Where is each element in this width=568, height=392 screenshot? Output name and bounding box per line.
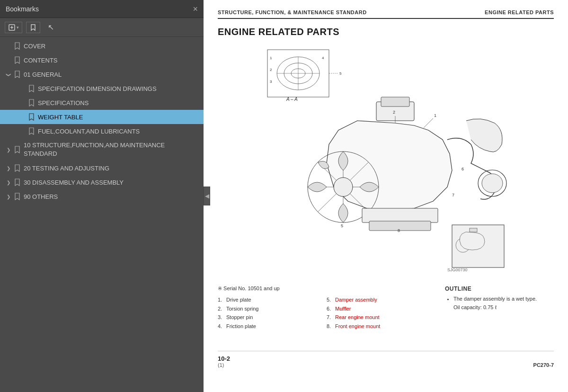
expand-arrow-general[interactable] <box>5 71 12 78</box>
bookmark-label-testing: 20 TESTING AND ADJUSTING <box>24 165 199 172</box>
svg-line-33 <box>424 118 433 128</box>
bookmark-weight-table[interactable]: WEIGHT TABLE <box>0 110 204 124</box>
section-title: ENGINE RELATED PARTS <box>218 27 554 37</box>
bookmark-label-fuel: FUEL,COOLANT,AND LUBRICANTS <box>38 128 199 135</box>
doc-content: 1 2 3 4 5 <box>218 45 554 368</box>
svg-text:2: 2 <box>393 110 395 115</box>
bookmark-view-button[interactable] <box>26 22 40 33</box>
engine-diagram: 1 2 3 4 5 <box>218 45 554 277</box>
part-num-2: 2. <box>218 304 224 313</box>
bookmarks-header: Bookmarks × <box>0 0 204 18</box>
page-info: 10-2 (1) <box>218 355 230 368</box>
bookmark-label-weight-table: WEIGHT TABLE <box>38 114 199 121</box>
svg-text:1: 1 <box>270 56 272 60</box>
part-7: 7. Rear engine mount <box>327 313 435 322</box>
doc-ref: PC270-7 <box>533 362 554 368</box>
svg-text:6: 6 <box>462 167 464 171</box>
part-num-8: 8. <box>327 322 333 331</box>
svg-text:3: 3 <box>270 80 272 84</box>
bookmark-label-general: 01 GENERAL <box>24 71 199 78</box>
bookmark-specifications[interactable]: SPECIFICATIONS <box>0 96 204 110</box>
bookmark-label-contents: CONTENTS <box>24 57 199 64</box>
part-label-8: Front engine mount <box>335 322 380 331</box>
bookmark-icon-testing <box>13 164 21 172</box>
svg-text:A – A: A – A <box>286 97 298 102</box>
bookmark-icon-general <box>13 70 21 79</box>
panel-collapse-button[interactable]: ◀ <box>204 187 210 205</box>
svg-text:5: 5 <box>339 71 342 76</box>
bookmark-icon-disassembly <box>13 178 21 187</box>
svg-text:SJG00730: SJG00730 <box>447 267 468 272</box>
expand-arrow-structure[interactable] <box>5 146 12 153</box>
bookmark-icon-others <box>13 192 21 201</box>
part-num-4: 4. <box>218 322 224 331</box>
bookmark-testing[interactable]: 20 TESTING AND ADJUSTING <box>0 161 204 175</box>
bookmark-cover[interactable]: COVER <box>0 39 204 53</box>
bookmark-label-specifications: SPECIFICATIONS <box>38 99 199 107</box>
bookmark-disassembly[interactable]: 30 DISASSEMBLY AND ASSEMBLY <box>0 175 204 189</box>
bookmark-others[interactable]: 90 OTHERS <box>0 189 204 204</box>
part-1: 1. Drive plate <box>218 295 327 304</box>
doc-header-left: STRUCTURE, FUNCTION, & MAINTENANCE STAND… <box>218 9 367 15</box>
collapse-arrow-icon: ◀ <box>205 193 209 199</box>
bookmark-icon-spec-dim <box>27 84 35 93</box>
svg-text:8: 8 <box>398 228 400 233</box>
close-button[interactable]: × <box>193 5 198 13</box>
parts-and-outline: ※ Serial No. 10501 and up 1. Drive plate… <box>218 285 554 337</box>
part-num-5: 5. <box>327 295 333 304</box>
part-label-6: Muffler <box>335 304 351 313</box>
outline-section: OUTLINE The damper assembly is a wet typ… <box>445 285 554 337</box>
part-num-6: 6. <box>327 304 333 313</box>
bookmarks-title: Bookmarks <box>6 5 39 13</box>
bookmark-structure[interactable]: 10 STRUCTURE,FUNCTION,AND MAINTENANCE ST… <box>0 138 204 161</box>
part-3: 3. Stopper pin <box>218 313 327 322</box>
part-label-7: Rear engine mount <box>335 313 380 322</box>
bookmark-general[interactable]: 01 GENERAL <box>0 67 204 81</box>
page-number: 10-2 <box>218 355 230 362</box>
svg-point-20 <box>334 178 353 196</box>
part-label-1: Drive plate <box>226 295 251 304</box>
part-num-7: 7. <box>327 313 333 322</box>
part-label-3: Stopper pin <box>226 313 253 322</box>
bookmark-label-spec-dim: SPECIFICATION DIMENSION DRAWINGS <box>38 85 199 92</box>
bookmark-icon-specifications <box>27 98 35 107</box>
expand-arrow-testing[interactable] <box>5 164 12 172</box>
cursor-icon: ↖ <box>48 23 54 32</box>
serial-note: ※ Serial No. 10501 and up <box>218 285 435 292</box>
svg-text:1: 1 <box>434 113 436 118</box>
parts-col-right: 5. Damper assembly 6. Muffler 7. Rear en… <box>327 295 435 331</box>
expand-arrow-disassembly[interactable] <box>5 178 12 186</box>
svg-text:7: 7 <box>452 193 454 197</box>
expand-arrow-others[interactable] <box>5 193 12 200</box>
part-2: 2. Torsion spring <box>218 304 327 313</box>
part-8: 8. Front engine mount <box>327 322 435 331</box>
outline-item-1: The damper assembly is a wet type.Oil ca… <box>453 295 554 312</box>
doc-header-right: ENGINE RELATED PARTS <box>485 9 554 15</box>
page-sub: (1) <box>218 362 230 368</box>
svg-point-24 <box>482 174 503 193</box>
doc-footer: 10-2 (1) PC270-7 <box>218 351 554 368</box>
bookmark-spec-dim[interactable]: SPECIFICATION DIMENSION DRAWINGS <box>0 81 204 96</box>
part-6: 6. Muffler <box>327 304 435 313</box>
bookmark-fuel[interactable]: FUEL,COOLANT,AND LUBRICANTS <box>0 124 204 138</box>
expand-all-button[interactable]: ▾ <box>5 22 22 33</box>
engine-svg: 1 2 3 4 5 <box>263 45 509 277</box>
bookmark-label-others: 90 OTHERS <box>24 193 199 200</box>
part-num-3: 3. <box>218 313 224 322</box>
part-label-5: Damper assembly <box>335 295 377 304</box>
part-label-2: Torsion spring <box>226 304 258 313</box>
svg-text:5: 5 <box>341 223 343 228</box>
toolbar: ▾ ↖ <box>0 18 204 37</box>
bookmark-contents[interactable]: CONTENTS <box>0 53 204 67</box>
bookmark-label-disassembly: 30 DISASSEMBLY AND ASSEMBLY <box>24 179 199 186</box>
svg-text:2: 2 <box>270 68 272 72</box>
bookmark-icon-cover <box>13 42 21 50</box>
bookmark-icon-contents <box>13 56 21 64</box>
parts-columns: 1. Drive plate 2. Torsion spring 3. Stop… <box>218 295 435 331</box>
part-num-1: 1. <box>218 295 224 304</box>
bookmarks-panel: Bookmarks × ▾ ↖ COVER <box>0 0 204 392</box>
svg-rect-22 <box>381 97 409 107</box>
part-label-4: Friction plate <box>226 322 256 331</box>
bookmark-label-cover: COVER <box>24 43 199 50</box>
part-4: 4. Friction plate <box>218 322 327 331</box>
